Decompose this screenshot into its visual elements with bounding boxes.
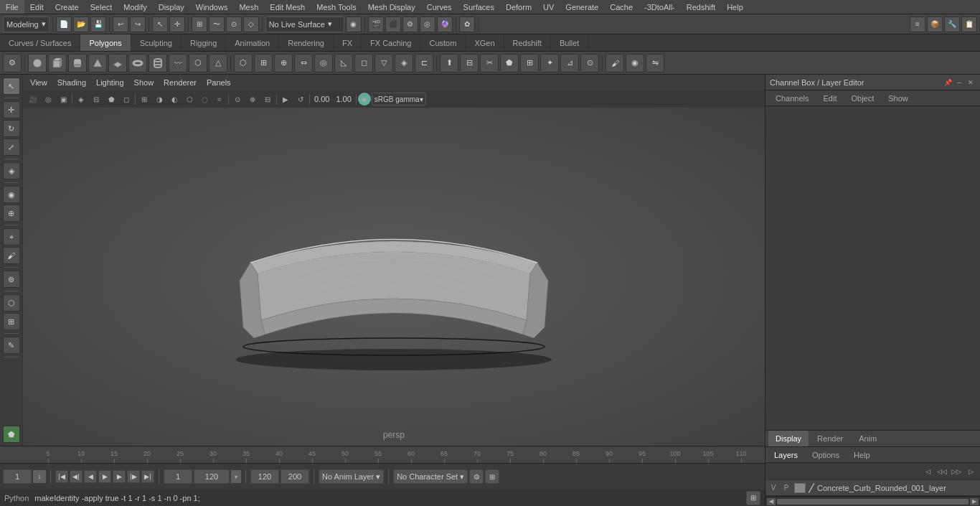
- vp-grid-btn[interactable]: ⊞: [137, 92, 151, 106]
- timeline-ruler[interactable]: 5 10 15 20: [0, 446, 765, 464]
- shelf-paint-select-btn[interactable]: 🖌: [606, 54, 624, 72]
- skip-to-end-btn[interactable]: ▶|: [141, 470, 154, 483]
- layer-playback-btn[interactable]: P: [781, 484, 791, 492]
- layer-toolbar-btn2[interactable]: ◁◁: [936, 465, 948, 478]
- snap-grid-btn[interactable]: ⊞: [192, 17, 207, 32]
- menu-mesh-display[interactable]: Mesh Display: [362, 0, 421, 14]
- vp-filmgate-btn[interactable]: ▣: [56, 92, 70, 106]
- shelf-helix-btn[interactable]: 〰: [169, 54, 187, 72]
- shelf-triangulate-btn[interactable]: ◺: [334, 54, 353, 72]
- shelf-settings-btn[interactable]: ⚙: [3, 54, 22, 72]
- shelf-sphere-btn[interactable]: [28, 54, 47, 72]
- render-settings-btn[interactable]: ⚙: [402, 17, 418, 32]
- character-set-settings-btn[interactable]: ⚙: [469, 469, 484, 484]
- playback-end-field[interactable]: 120: [250, 469, 279, 484]
- shelf-quads-btn[interactable]: ◻: [354, 54, 373, 72]
- modeling-toolkit-btn[interactable]: 🔧: [944, 17, 960, 32]
- no-character-set-dropdown[interactable]: No Character Set ▾: [393, 469, 468, 484]
- redo-btn[interactable]: ↪: [130, 17, 146, 32]
- menu-deform[interactable]: Deform: [500, 0, 537, 14]
- layers-scroll-right[interactable]: ▶: [970, 498, 979, 505]
- layer-toolbar-btn4[interactable]: ▷: [964, 465, 977, 478]
- layer-item[interactable]: V P Concrete_Curb_Rounded_001_layer: [765, 480, 980, 496]
- layers-stab-layers[interactable]: Layers: [768, 448, 804, 462]
- shelf-cube-btn[interactable]: [48, 54, 67, 72]
- shelf-wedge-btn[interactable]: ⊿: [560, 54, 579, 72]
- vp-resolution-btn[interactable]: ⊕: [245, 92, 260, 106]
- move-tool[interactable]: ✛: [3, 101, 20, 118]
- next-frame-btn[interactable]: ▶: [113, 470, 126, 483]
- tab-polygons[interactable]: Polygons: [80, 34, 131, 51]
- vp-playblast-btn[interactable]: ▶: [278, 92, 293, 106]
- menu-3dtoall[interactable]: -3DtoAll-: [639, 0, 681, 14]
- shelf-target-weld-btn[interactable]: ⊙: [580, 54, 599, 72]
- menu-windows[interactable]: Windows: [190, 0, 234, 14]
- tab-rigging[interactable]: Rigging: [182, 34, 226, 51]
- disp-tab-display[interactable]: Display: [768, 431, 809, 446]
- vp-shadow-btn[interactable]: ◑: [152, 92, 166, 106]
- ui-customize-btn[interactable]: ≡: [910, 17, 925, 32]
- menu-redshift[interactable]: Redshift: [681, 0, 721, 14]
- tab-curves-surfaces[interactable]: Curves / Surfaces: [0, 34, 80, 51]
- menu-uv[interactable]: UV: [537, 0, 560, 14]
- snap-surface-btn[interactable]: ◇: [243, 17, 259, 32]
- tab-bullet[interactable]: Bullet: [551, 34, 589, 51]
- channel-box-toggle-btn[interactable]: 📦: [927, 17, 943, 32]
- render-btn[interactable]: 🎬: [368, 17, 384, 32]
- shelf-mirror-btn[interactable]: ⇔: [294, 54, 313, 72]
- xgen-btn[interactable]: ✿: [459, 17, 475, 32]
- annotation[interactable]: ✎: [3, 337, 20, 354]
- menu-display[interactable]: Display: [153, 0, 190, 14]
- measure-tool[interactable]: ⊞: [3, 313, 20, 330]
- range-end-field[interactable]: 200: [281, 469, 309, 484]
- shelf-plane-btn[interactable]: [108, 54, 127, 72]
- vp-depth-btn[interactable]: ⬡: [182, 92, 197, 106]
- menu-select[interactable]: Select: [85, 0, 118, 14]
- ce-tab-edit[interactable]: Edit: [817, 91, 842, 106]
- menu-curves[interactable]: Curves: [421, 0, 458, 14]
- show-manipulator[interactable]: ⊕: [3, 205, 20, 222]
- sculpt-tool[interactable]: ⊛: [3, 271, 20, 288]
- move-tool-btn[interactable]: ✛: [169, 17, 185, 32]
- shelf-soft-sel-btn[interactable]: ◉: [626, 54, 644, 72]
- ce-tab-object[interactable]: Object: [845, 91, 880, 106]
- play-forward-btn[interactable]: ▶: [98, 470, 111, 483]
- tab-animation[interactable]: Animation: [226, 34, 279, 51]
- shelf-insert-edge-btn[interactable]: ⊟: [460, 54, 479, 72]
- no-anim-layer-dropdown[interactable]: No Anim Layer ▾: [319, 469, 384, 484]
- disp-tab-anim[interactable]: Anim: [852, 431, 884, 446]
- universal-manip[interactable]: ◈: [3, 162, 20, 179]
- frame-start-field[interactable]: 1: [164, 469, 192, 484]
- menu-modify[interactable]: Modify: [118, 0, 152, 14]
- shelf-boolean-btn[interactable]: ⊕: [274, 54, 293, 72]
- hypershade-btn[interactable]: 🔮: [437, 17, 453, 32]
- menu-edit-mesh[interactable]: Edit Mesh: [264, 0, 311, 14]
- snap-curve-btn[interactable]: 〜: [209, 17, 225, 32]
- next-key-btn[interactable]: |▶: [127, 470, 140, 483]
- paint-select[interactable]: 🖌: [3, 247, 20, 264]
- undo-btn[interactable]: ↩: [113, 17, 128, 32]
- snap-point-btn[interactable]: ⊙: [226, 17, 242, 32]
- shelf-poke-btn[interactable]: ✦: [540, 54, 559, 72]
- prev-key-btn[interactable]: ◀|: [70, 470, 83, 483]
- shelf-extrude-btn[interactable]: ⬆: [440, 54, 458, 72]
- vp-isolate-btn[interactable]: ⊙: [230, 92, 245, 106]
- shelf-bridge-btn[interactable]: ⊏: [415, 54, 433, 72]
- shelf-separate-btn[interactable]: ⊞: [254, 54, 273, 72]
- attr-editor-btn[interactable]: 📋: [961, 17, 977, 32]
- layers-stab-help[interactable]: Help: [848, 448, 876, 462]
- shelf-soccer-btn[interactable]: ⬡: [189, 54, 207, 72]
- ce-tab-channels[interactable]: Channels: [770, 91, 814, 106]
- layer-toolbar-btn1[interactable]: ◁: [921, 465, 934, 478]
- menu-cache[interactable]: Cache: [604, 0, 639, 14]
- vp-textured-btn[interactable]: ⬟: [104, 92, 118, 106]
- no-live-surface-dropdown[interactable]: No Live Surface ▾: [265, 17, 344, 32]
- vp-display-mode-btn[interactable]: ◈: [74, 92, 88, 106]
- viewport-menu-renderer[interactable]: Renderer: [161, 78, 199, 87]
- layer-visibility-btn[interactable]: V: [768, 484, 778, 492]
- tab-custom[interactable]: Custom: [421, 34, 466, 51]
- menu-mesh-tools[interactable]: Mesh Tools: [311, 0, 362, 14]
- shelf-cylinder-btn[interactable]: [68, 54, 87, 72]
- layers-scroll-track[interactable]: [777, 499, 969, 505]
- current-frame-field[interactable]: 1: [3, 469, 32, 484]
